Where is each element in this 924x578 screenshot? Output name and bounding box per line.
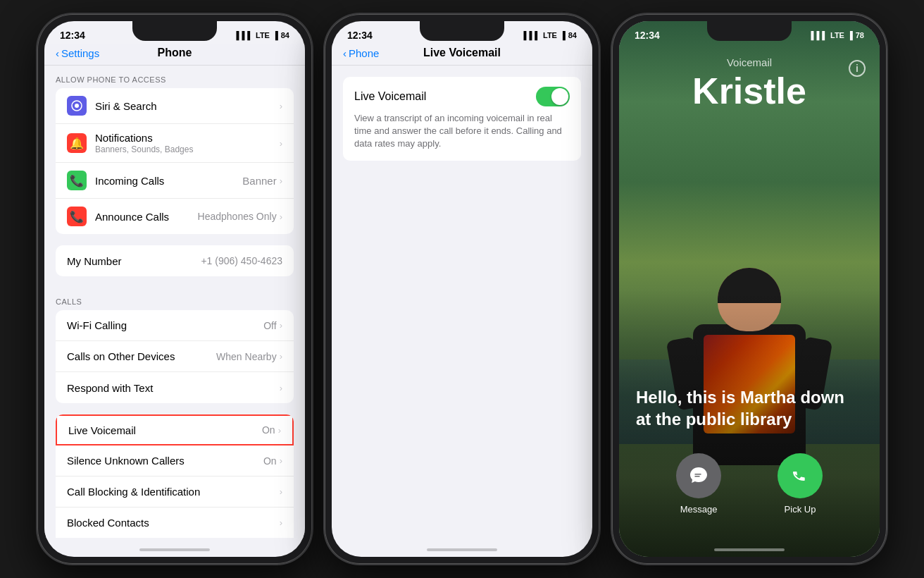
battery-icon-3: ▐ [847,31,853,39]
pickup-btn-circle [778,453,823,498]
incoming-calls-value: Banner [242,175,276,187]
row-blocked-contacts[interactable]: Blocked Contacts › [56,508,294,538]
nav-bar-2: ‹ Phone Live Voicemail [332,44,592,66]
live-voicemail-row: Live Voicemail [354,87,570,106]
row-live-voicemail[interactable]: Live Voicemail On › [56,414,294,445]
call-blocking-content: Call Blocking & Identification [67,486,280,498]
silence-unknown-right: On › [263,455,282,467]
status-time-3: 12:34 [635,30,660,41]
toggle-knob [551,88,568,105]
row-siri[interactable]: Siri & Search › [56,88,294,124]
live-voicemail-content: Live Voicemail [68,424,262,436]
calls-other-devices-right: When Nearby › [216,351,282,362]
battery-level-1: 84 [281,31,289,39]
wifi-calling-chevron: › [280,320,282,331]
incoming-calls-content: Incoming Calls [95,175,242,187]
live-voicemail-value: On [262,424,275,436]
row-silence-unknown[interactable]: Silence Unknown Callers On › [56,445,294,476]
status-icons-3: ▌▌▌ LTE ▐ 78 [811,31,864,39]
status-time-1: 12:34 [60,30,85,41]
carrier-label-3: LTE [830,31,844,39]
announce-calls-icon: 📞 [67,207,87,226]
nav-title-1: Phone [158,47,192,59]
calls-other-devices-value: When Nearby [216,351,277,362]
home-indicator-3 [714,548,785,551]
live-voicemail-card-title: Live Voicemail [354,90,426,103]
row-call-blocking[interactable]: Call Blocking & Identification › [56,476,294,508]
notifications-right: › [280,138,282,149]
wifi-calling-content: Wi-Fi Calling [67,319,263,331]
settings-group-voicemail: Live Voicemail On › Silence Unknown Call… [56,414,294,538]
row-my-number[interactable]: My Number +1 (906) 450-4623 [56,245,294,276]
back-chevron-1: ‹ [56,47,59,59]
row-calls-other-devices[interactable]: Calls on Other Devices When Nearby › [56,341,294,372]
incoming-calls-icon: 📞 [67,171,87,190]
silence-unknown-chevron: › [280,455,282,466]
live-voicemail-description: View a transcript of an incoming voicema… [354,112,570,151]
row-respond-with-text[interactable]: Respond with Text › [56,372,294,403]
voicemail-label: Voicemail [619,56,880,68]
my-number-content: My Number [67,255,201,267]
message-button[interactable]: Message [676,453,721,515]
call-blocking-chevron: › [280,486,282,497]
live-voicemail-right: On › [262,424,281,436]
battery-icon-2: ▐ [560,31,566,39]
live-voicemail-chevron: › [278,425,281,436]
silence-unknown-content: Silence Unknown Callers [67,455,263,467]
siri-chevron: › [280,101,282,111]
call-blocking-title: Call Blocking & Identification [67,486,280,498]
silence-unknown-value: On [263,455,277,467]
silence-unknown-title: Silence Unknown Callers [67,455,263,467]
back-chevron-2: ‹ [343,47,346,59]
wifi-calling-value: Off [263,320,276,331]
incoming-call-screen: 12:34 ▌▌▌ LTE ▐ 78 i Voicemail Kristle H… [619,21,880,557]
row-notifications[interactable]: 🔔 Notifications Banners, Sounds, Badges … [56,124,294,163]
phone-screen-2: 12:34 ▌▌▌ LTE ▐ 84 ‹ Phone Live Voicemai… [332,21,592,557]
notch-3 [707,21,792,41]
section-header-allow: ALLOW PHONE TO ACCESS [44,66,305,88]
my-number-value: +1 (906) 450-4623 [201,255,282,266]
call-header: Voicemail Kristle [619,56,880,109]
wifi-calling-right: Off › [263,320,282,331]
phone-frame-2: 12:34 ▌▌▌ LTE ▐ 84 ‹ Phone Live Voicemai… [325,14,599,564]
back-label-2: Phone [349,47,379,59]
live-voicemail-toggle[interactable] [536,87,570,106]
notifications-chevron: › [280,138,282,149]
siri-icon [67,96,87,116]
incoming-calls-chevron: › [280,176,282,186]
signal-icon-3: ▌▌▌ [811,31,828,39]
caller-name: Kristle [619,73,880,109]
wifi-calling-title: Wi-Fi Calling [67,319,263,331]
info-icon[interactable]: i [849,60,866,77]
siri-right: › [280,101,282,111]
incoming-calls-right: Banner › [242,175,282,187]
message-btn-circle [676,453,721,498]
notch-2 [420,21,504,41]
phone-frame-3: 12:34 ▌▌▌ LTE ▐ 78 i Voicemail Kristle H… [612,14,887,564]
home-indicator-1 [139,548,210,551]
home-indicator-2 [427,548,497,551]
battery-level-3: 78 [856,31,864,39]
settings-group-allow: Siri & Search › 🔔 Notifications Banners,… [56,88,294,234]
nav-bar-1: ‹ Settings Phone [44,44,305,66]
status-icons-1: ▌▌▌ LTE ▐ 84 [237,31,289,39]
notch-1 [132,21,217,41]
notifications-subtitle: Banners, Sounds, Badges [95,144,280,154]
svg-point-1 [75,104,79,108]
row-wifi-calling[interactable]: Wi-Fi Calling Off › [56,310,294,341]
announce-calls-right: Headphones Only › [198,211,282,222]
my-number-title: My Number [67,255,201,267]
incoming-calls-title: Incoming Calls [95,175,242,187]
battery-icon-1: ▐ [273,31,278,39]
notifications-title: Notifications [95,132,280,144]
pickup-button[interactable]: Pick Up [778,453,823,515]
row-announce-calls[interactable]: 📞 Announce Calls Headphones Only › [56,199,294,234]
nav-back-2[interactable]: ‹ Phone [343,47,379,59]
row-incoming-calls[interactable]: 📞 Incoming Calls Banner › [56,163,294,199]
respond-text-right: › [280,383,282,393]
calls-other-devices-content: Calls on Other Devices [67,350,216,362]
nav-title-2: Live Voicemail [423,47,501,59]
calls-other-devices-chevron: › [280,351,282,362]
nav-back-1[interactable]: ‹ Settings [56,47,99,59]
my-number-right: +1 (906) 450-4623 [201,255,282,266]
